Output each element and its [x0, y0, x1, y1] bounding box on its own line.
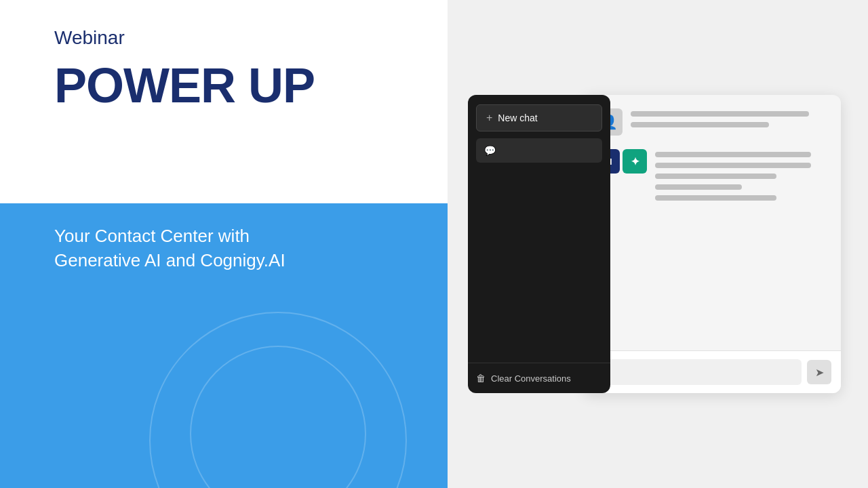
- plus-icon: +: [486, 112, 492, 124]
- webinar-label: Webinar: [54, 27, 400, 49]
- user-message-lines: [631, 108, 829, 133]
- msg-line: [655, 163, 811, 168]
- msg-line: [655, 152, 811, 157]
- chat-input[interactable]: [593, 359, 802, 385]
- input-area: ➤: [583, 350, 841, 393]
- page-title: POWER UP: [54, 61, 400, 110]
- send-button[interactable]: ➤: [807, 360, 831, 384]
- clear-label: Clear Conversations: [491, 373, 571, 384]
- user-message-row: 👤: [595, 108, 829, 136]
- msg-line: [655, 195, 776, 201]
- right-panel: + New chat 💬 🗑 Clear Conversations 👤: [448, 0, 868, 488]
- trash-icon: 🗑: [476, 373, 486, 384]
- msg-line: [631, 111, 809, 117]
- send-icon: ➤: [815, 366, 824, 379]
- msg-line: [655, 174, 776, 179]
- left-bottom-section: Your Contact Center withGenerative AI an…: [0, 203, 448, 488]
- clear-conversations-button[interactable]: 🗑 Clear Conversations: [468, 363, 610, 393]
- left-top-section: Webinar POWER UP: [0, 0, 448, 203]
- chat-sidebar-ui: + New chat 💬 🗑 Clear Conversations: [468, 95, 610, 393]
- messages-area: 👤 AI ✦: [583, 95, 841, 350]
- left-panel: Webinar POWER UP Your Contact Center wit…: [0, 0, 448, 488]
- msg-line: [631, 122, 769, 127]
- gpt-symbol: ✦: [631, 155, 639, 168]
- ai-badge-green: ✦: [623, 149, 647, 174]
- ai-message-lines: [655, 149, 829, 206]
- chat-bubble-icon: 💬: [484, 145, 496, 156]
- subtitle-text: Your Contact Center withGenerative AI an…: [54, 224, 393, 273]
- chat-history-item[interactable]: 💬: [476, 138, 602, 163]
- new-chat-button[interactable]: + New chat: [476, 104, 602, 131]
- ai-message-row: AI ✦: [595, 149, 829, 206]
- conversation-ui: 👤 AI ✦: [583, 95, 841, 393]
- new-chat-label: New chat: [498, 113, 537, 123]
- msg-line: [655, 184, 742, 190]
